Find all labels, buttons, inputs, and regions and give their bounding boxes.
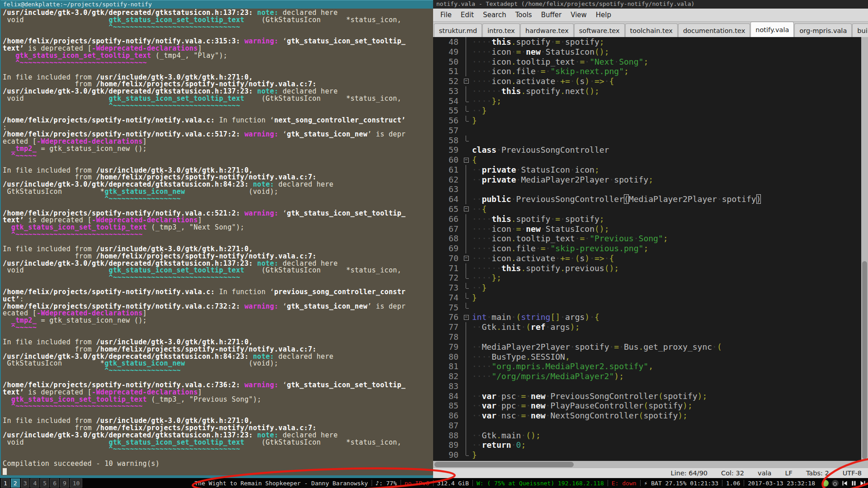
- fold-margin: [462, 263, 470, 273]
- code-line: 82····"/org/mpris/MediaPlayer2");: [433, 371, 861, 381]
- code-line: 90}: [433, 450, 861, 460]
- code-line: 85··var·ppc·=·new·PlayPauseController(sp…: [433, 401, 861, 411]
- fold-marker-icon[interactable]: −: [462, 312, 470, 322]
- terminal-window[interactable]: felix@denkplatte:~/projects/spotify-noti…: [0, 0, 433, 478]
- workspace-button-6[interactable]: 6: [50, 479, 59, 488]
- media-pause-button[interactable]: [851, 480, 857, 486]
- terminal-line: ^~~~~~~~~~~~~~~~~~~~~~~~~~~~~~~: [3, 403, 433, 410]
- fold-margin: [462, 322, 470, 332]
- fold-margin: [462, 273, 470, 283]
- code-line: 87: [433, 421, 861, 431]
- line-number: 90: [433, 450, 462, 460]
- line-number: 50: [433, 57, 462, 67]
- line-number: 82: [433, 371, 462, 381]
- statusbar-block: W: ( 75% at Queissnet) 192.168.2.118: [473, 480, 608, 487]
- fold-margin: [462, 214, 470, 224]
- code-line: 49····icon·=·new·StatusIcon();: [433, 47, 861, 57]
- fold-margin: [462, 234, 470, 244]
- workspace-button-9[interactable]: 9: [60, 479, 69, 488]
- horizontal-scrollbar[interactable]: [433, 461, 861, 468]
- code-line: 77··Gtk.init·(ref·args);: [433, 322, 861, 332]
- fold-marker-icon[interactable]: −: [462, 204, 470, 214]
- terminal-cursor: [3, 468, 7, 475]
- code-line: 55··}: [433, 106, 861, 116]
- menu-view[interactable]: View: [566, 9, 591, 21]
- workspace-button-2[interactable]: 2: [11, 479, 20, 488]
- tab-org-mpris.vala[interactable]: org-mpris.vala: [794, 23, 852, 37]
- fold-margin: [462, 184, 470, 194]
- vertical-scrollbar[interactable]: [861, 37, 868, 468]
- line-number: 71: [433, 263, 462, 273]
- menu-tools[interactable]: Tools: [511, 9, 537, 21]
- line-number: 61: [433, 165, 462, 175]
- line-number: 57: [433, 126, 462, 136]
- workspace-button-5[interactable]: 5: [40, 479, 49, 488]
- code-line: 76−int·main·(string[]·args)·{: [433, 312, 861, 322]
- statusbar-block: The Wight to Remain Shopkeeper - Danny B…: [191, 480, 372, 487]
- code-line: 88··Gtk.main·();: [433, 431, 861, 441]
- terminal-title-bar: felix@denkplatte:~/projects/spotify-noti…: [1, 0, 433, 9]
- tab-build.sh[interactable]: build.sh: [852, 23, 868, 37]
- tab-struktur.md[interactable]: struktur.md: [434, 23, 482, 37]
- tab-intro.tex[interactable]: intro.tex: [482, 23, 520, 37]
- i3bar: 123456910 The Wight to Remain Shopkeeper…: [0, 478, 868, 488]
- fold-margin: [462, 175, 470, 185]
- workspace-button-3[interactable]: 3: [21, 479, 30, 488]
- line-number: 64: [433, 194, 462, 204]
- fold-margin: [462, 57, 470, 67]
- line-number: 70: [433, 253, 462, 263]
- line-number: 60: [433, 155, 462, 165]
- line-number: 84: [433, 391, 462, 401]
- horizontal-scrollbar-thumb[interactable]: [434, 462, 574, 467]
- editor-status-bar: Line: 64/90 Col: 32 vala LF Tabs: 2 UTF-…: [433, 468, 868, 478]
- menu-file[interactable]: File: [436, 9, 456, 21]
- menu-search[interactable]: Search: [478, 9, 511, 21]
- fold-margin: [462, 342, 470, 352]
- status-lang: vala: [758, 469, 771, 477]
- code-line: 52−····icon.activate·+=·(s)·=>·{: [433, 76, 861, 86]
- menu-buffer[interactable]: Buffer: [537, 9, 566, 21]
- media-next-button[interactable]: [860, 480, 866, 486]
- vertical-scrollbar-thumb[interactable]: [862, 261, 867, 459]
- terminal-output[interactable]: /usr/include/gtk-3.0/gtk/deprecated/gtks…: [1, 9, 433, 475]
- fold-marker-icon[interactable]: −: [462, 253, 470, 263]
- steam-tray-icon[interactable]: [832, 480, 839, 487]
- terminal-line: Compilation succeeded - 10 warning(s): [3, 460, 433, 468]
- fold-marker-icon[interactable]: −: [462, 155, 470, 165]
- status-eol: LF: [785, 469, 792, 477]
- fold-margin: [462, 145, 470, 155]
- tab-documentation.tex[interactable]: documentation.tex: [678, 23, 750, 37]
- workspace-button-1[interactable]: 1: [1, 479, 10, 488]
- fold-margin: [462, 224, 470, 234]
- code-line: 65−··{: [433, 204, 861, 214]
- tab-notify.vala[interactable]: notify.vala: [750, 22, 794, 37]
- workspace-button-10[interactable]: 10: [70, 479, 83, 488]
- line-number: 72: [433, 273, 462, 283]
- line-number: 48: [433, 37, 462, 47]
- menu-help[interactable]: Help: [591, 9, 616, 21]
- fold-marker-icon[interactable]: −: [462, 76, 470, 86]
- line-number: 75: [433, 303, 462, 313]
- tab-bar: struktur.mdintro.texhardware.texsoftware…: [433, 22, 868, 38]
- code-line: 60−{: [433, 155, 861, 165]
- code-editor[interactable]: 48····this.spotify·=·spotify;49····icon·…: [433, 37, 861, 461]
- tab-software.tex[interactable]: software.tex: [574, 23, 625, 37]
- fold-margin: [462, 116, 470, 126]
- line-number: 79: [433, 342, 462, 352]
- media-previous-button[interactable]: [842, 480, 848, 486]
- tab-hardware.tex[interactable]: hardware.tex: [520, 23, 574, 37]
- code-line: 71······this.spotify.previous();: [433, 263, 861, 273]
- code-line: 83: [433, 381, 861, 391]
- tab-toolchain.tex[interactable]: toolchain.tex: [625, 23, 678, 37]
- menu-edit[interactable]: Edit: [456, 9, 478, 21]
- textadept-window[interactable]: notify.vala - Textadept (/home/felix/pro…: [433, 0, 868, 478]
- spotify-tray-icon[interactable]: [822, 480, 829, 487]
- code-line: 74}: [433, 293, 861, 303]
- line-number: 62: [433, 175, 462, 185]
- line-number: 87: [433, 421, 462, 431]
- workspace-button-4[interactable]: 4: [30, 479, 39, 488]
- fold-margin: [462, 126, 470, 136]
- statusbar-block: 312.4 GiB: [434, 480, 472, 487]
- line-number: 78: [433, 332, 462, 342]
- code-line: 72····};: [433, 273, 861, 283]
